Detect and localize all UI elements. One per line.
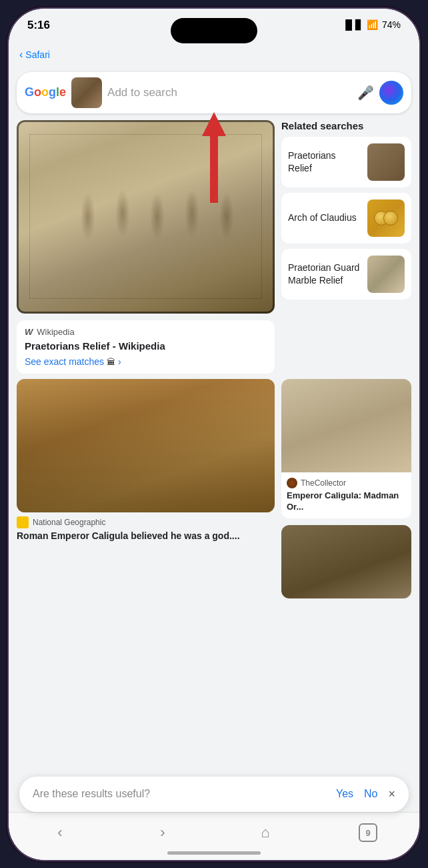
wiki-source: W Wikipedia <box>25 327 267 337</box>
related-item-1-thumb <box>367 143 405 181</box>
red-arrow <box>202 112 226 203</box>
search-input[interactable]: Add to search <box>107 86 352 99</box>
collector-source: TheCollector <box>287 478 406 488</box>
related-searches-title: Related searches <box>281 120 411 131</box>
relief-thumb-icon: 🏛 <box>107 357 115 367</box>
tab-count-badge: 9 <box>359 823 377 842</box>
home-icon: ⌂ <box>261 824 269 841</box>
feedback-yes-button[interactable]: Yes <box>336 788 353 800</box>
feedback-close-button[interactable]: × <box>388 787 395 801</box>
related-item-1-label: Praetorians Relief <box>288 149 362 173</box>
third-image-inner <box>281 525 411 598</box>
back-chevron-icon: ‹ <box>19 49 23 61</box>
related-item-2-label: Arch of Claudius <box>288 211 362 224</box>
feedback-bar: Are these results useful? Yes No × <box>19 777 409 812</box>
collector-article-title: Emperor Caligula: Madman Or... <box>287 490 406 513</box>
see-exact-chevron-icon: › <box>118 356 121 367</box>
relief-image <box>17 120 275 314</box>
marble-thumb-img <box>367 256 405 293</box>
safari-bar: ‹ Safari <box>9 46 419 66</box>
coin-2 <box>383 211 398 226</box>
arrow-body <box>210 136 218 203</box>
arrow-head <box>202 112 226 136</box>
nav-back-button[interactable]: ‹ <box>43 819 77 846</box>
see-exact-matches[interactable]: See exact matches 🏛 › <box>25 356 267 367</box>
forward-arrow-icon: › <box>160 824 165 841</box>
wiki-result-card[interactable]: W Wikipedia Praetorians Relief - Wikiped… <box>17 320 275 374</box>
search-bar-container: Google Add to search 🎤 <box>9 72 419 113</box>
relief-figures-decoration <box>29 134 261 299</box>
search-bar[interactable]: Google Add to search 🎤 <box>17 72 411 113</box>
wiki-title: Praetorians Relief - Wikipedia <box>25 340 267 353</box>
coins-thumb-img <box>367 199 405 237</box>
status-right: ▐▌▊ 📶 74% <box>342 19 401 30</box>
collector-source-name: TheCollector <box>301 478 346 488</box>
ng-source: National Geographic <box>17 516 275 528</box>
feedback-no-button[interactable]: No <box>364 788 377 800</box>
safari-back[interactable]: ‹ Safari <box>19 49 50 61</box>
nav-forward-button[interactable]: › <box>146 819 179 846</box>
feedback-question: Are these results useful? <box>33 788 336 800</box>
dynamic-island <box>171 18 257 43</box>
wiki-w-icon: W <box>25 327 33 337</box>
caligula-collector-image <box>281 379 411 472</box>
related-item-arch[interactable]: Arch of Claudius <box>281 193 411 244</box>
status-time: 5:16 <box>27 19 50 31</box>
caligula-ng-image <box>17 379 275 512</box>
signal-icon: ▐▌▊ <box>342 19 363 30</box>
ng-article-title: Roman Emperor Caligula believed he was a… <box>17 530 275 542</box>
see-exact-link[interactable]: See exact matches <box>25 356 104 367</box>
home-indicator <box>167 851 261 855</box>
wiki-source-label: Wikipedia <box>37 327 74 337</box>
bottom-grid: National Geographic Roman Emperor Caligu… <box>9 374 419 598</box>
bottom-right-column: TheCollector Emperor Caligula: Madman Or… <box>281 379 411 598</box>
nav-tabs-button[interactable]: 9 <box>351 819 385 846</box>
user-avatar[interactable] <box>379 81 403 105</box>
collector-info: TheCollector Emperor Caligula: Madman Or… <box>281 472 411 518</box>
third-image-card[interactable] <box>281 525 411 598</box>
microphone-icon[interactable]: 🎤 <box>357 85 374 101</box>
phone-frame: 5:16 ▐▌▊ 📶 74% ‹ Safari Google <box>7 7 421 861</box>
relief-thumb-img <box>367 143 405 181</box>
wifi-icon: 📶 <box>367 19 378 30</box>
caligula-collector-image-inner <box>281 379 411 472</box>
screen: 5:16 ▐▌▊ 📶 74% ‹ Safari Google <box>9 9 419 860</box>
bottom-left-card[interactable]: National Geographic Roman Emperor Caligu… <box>17 379 275 598</box>
back-arrow-icon: ‹ <box>57 824 62 841</box>
nav-home-button[interactable]: ⌂ <box>249 819 282 846</box>
power-button[interactable] <box>419 209 421 262</box>
collector-logo-icon <box>287 478 297 488</box>
battery-icon: 74% <box>382 19 401 30</box>
related-item-praetorians[interactable]: Praetorians Relief <box>281 137 411 187</box>
search-thumb-image <box>71 77 102 108</box>
related-item-marble[interactable]: Praetorian Guard Marble Relief <box>281 249 411 300</box>
content-area[interactable]: W Wikipedia Praetorians Relief - Wikiped… <box>9 112 419 813</box>
ng-source-name: National Geographic <box>33 518 105 527</box>
national-geographic-logo <box>17 516 29 528</box>
related-item-3-label: Praetorian Guard Marble Relief <box>288 262 362 286</box>
main-image-card[interactable] <box>17 120 275 314</box>
related-item-3-thumb <box>367 256 405 293</box>
caligula-ng-image-inner <box>17 379 275 512</box>
google-logo: Google <box>25 85 66 99</box>
search-thumbnail <box>71 77 102 108</box>
right-column: Related searches Praetorians Relief Arch… <box>281 120 411 374</box>
left-column: W Wikipedia Praetorians Relief - Wikiped… <box>17 120 275 374</box>
safari-label: Safari <box>25 49 50 60</box>
collector-card[interactable]: TheCollector Emperor Caligula: Madman Or… <box>281 379 411 518</box>
related-item-2-thumb <box>367 199 405 237</box>
